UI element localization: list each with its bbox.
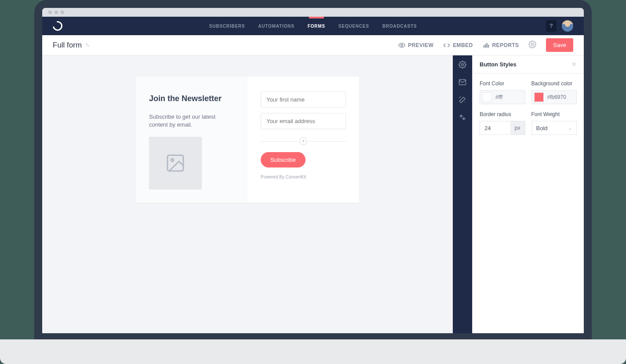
border-radius-input[interactable] [480, 121, 510, 135]
tool-strip [453, 55, 472, 333]
font-color-swatch [482, 92, 492, 102]
browser-dot [61, 11, 64, 14]
laptop-frame: SUBSCRIBERS AUTOMATIONS FORMS SEQUENCES … [34, 0, 592, 341]
panel-title: Button Styles [480, 61, 517, 68]
help-button[interactable]: ? [546, 20, 557, 32]
powered-by-label: Powered By ConvertKit [261, 175, 346, 179]
nav-broadcasts[interactable]: BROADCASTS [382, 17, 417, 35]
page-title: Full form [53, 41, 82, 50]
workspace: Join the Newsletter Subscribe to get our… [42, 55, 584, 333]
nav-right: ? [546, 20, 573, 32]
wand-icon[interactable] [459, 96, 466, 104]
bg-color-group: Background color #fb6970 [531, 80, 577, 104]
side-panel: Button Styles ✕ Font Color #fff [472, 55, 584, 333]
preview-button[interactable]: PREVIEW [398, 42, 433, 49]
bg-color-swatch [534, 92, 544, 102]
preview-label: PREVIEW [408, 42, 433, 48]
top-nav: SUBSCRIBERS AUTOMATIONS FORMS SEQUENCES … [42, 17, 584, 35]
font-weight-label: Font Weight [531, 111, 577, 117]
logo-icon[interactable] [51, 19, 65, 33]
subscribe-button[interactable]: Subscribe [261, 152, 306, 167]
border-radius-group: Border radius px [480, 111, 525, 135]
image-placeholder[interactable] [149, 137, 202, 189]
form-right-panel: + Subscribe Powered By ConvertKit [247, 76, 359, 203]
laptop-base [0, 339, 626, 364]
gear-icon [528, 40, 536, 48]
app-screen: SUBSCRIBERS AUTOMATIONS FORMS SEQUENCES … [42, 8, 584, 333]
chevron-down-icon: ⌄ [568, 125, 572, 131]
image-icon [164, 153, 187, 174]
svg-rect-4 [488, 44, 489, 47]
nav-forms[interactable]: FORMS [308, 17, 325, 35]
browser-chrome [42, 8, 584, 17]
svg-point-0 [401, 44, 403, 46]
settings-button[interactable] [528, 40, 536, 50]
font-weight-select[interactable]: Bold ⌄ [531, 121, 577, 135]
svg-point-8 [462, 64, 464, 66]
border-radius-field[interactable]: px [480, 121, 525, 135]
reports-label: REPORTS [492, 42, 519, 48]
pencil-icon[interactable]: ✎ [85, 42, 90, 48]
avatar[interactable] [562, 20, 573, 32]
font-color-value: #fff [492, 94, 525, 100]
unit-label: px [510, 121, 525, 135]
svg-point-7 [171, 159, 174, 161]
font-color-input[interactable]: #fff [480, 90, 525, 104]
font-color-group: Font Color #fff [480, 80, 525, 104]
nav-links: SUBSCRIBERS AUTOMATIONS FORMS SEQUENCES … [209, 17, 417, 35]
gear-icon[interactable] [459, 61, 466, 69]
bg-color-label: Background color [531, 80, 577, 87]
first-name-input[interactable] [261, 91, 346, 108]
form-left-panel: Join the Newsletter Subscribe to get our… [136, 76, 247, 203]
form-blurb[interactable]: Subscribe to get our latest content by e… [149, 113, 234, 129]
eye-icon [398, 42, 405, 49]
form-heading[interactable]: Join the Newsletter [149, 94, 234, 103]
svg-point-5 [531, 43, 534, 45]
email-input[interactable] [261, 113, 346, 129]
panel-body: Font Color #fff Background color #fb6970 [473, 73, 584, 149]
svg-point-11 [463, 118, 465, 120]
close-icon[interactable]: ✕ [571, 61, 577, 68]
add-field-button[interactable]: + [299, 137, 307, 145]
nav-subscribers[interactable]: SUBSCRIBERS [209, 17, 245, 35]
browser-dot [55, 11, 58, 14]
font-weight-value: Bold [536, 125, 548, 131]
nav-automations[interactable]: AUTOMATIONS [258, 17, 294, 35]
code-icon [443, 42, 450, 49]
svg-rect-2 [485, 44, 486, 47]
panel-header: Button Styles ✕ [473, 55, 584, 73]
subheader-actions: PREVIEW EMBED REPORTS Save [398, 38, 573, 52]
save-button[interactable]: Save [546, 38, 573, 52]
divider [261, 141, 298, 142]
svg-rect-1 [484, 45, 484, 47]
mail-icon[interactable] [459, 78, 466, 86]
font-weight-group: Font Weight Bold ⌄ [531, 111, 577, 135]
svg-point-10 [461, 116, 462, 117]
reports-button[interactable]: REPORTS [483, 42, 519, 49]
embed-label: EMBED [453, 42, 473, 48]
gears-icon[interactable] [459, 113, 466, 121]
svg-rect-3 [486, 43, 487, 47]
subheader: Full form ✎ PREVIEW EMBED REPORTS [42, 35, 584, 55]
form-card[interactable]: Join the Newsletter Subscribe to get our… [136, 76, 359, 203]
font-color-label: Font Color [480, 80, 525, 87]
add-field-row: + [261, 137, 346, 145]
bar-chart-icon [483, 42, 490, 49]
divider [309, 141, 346, 142]
canvas: Join the Newsletter Subscribe to get our… [42, 55, 453, 333]
border-radius-label: Border radius [480, 111, 525, 117]
bg-color-value: #fb6970 [544, 94, 577, 100]
bg-color-input[interactable]: #fb6970 [531, 90, 577, 104]
embed-button[interactable]: EMBED [443, 42, 473, 49]
nav-sequences[interactable]: SEQUENCES [338, 17, 369, 35]
browser-dot [48, 11, 52, 14]
